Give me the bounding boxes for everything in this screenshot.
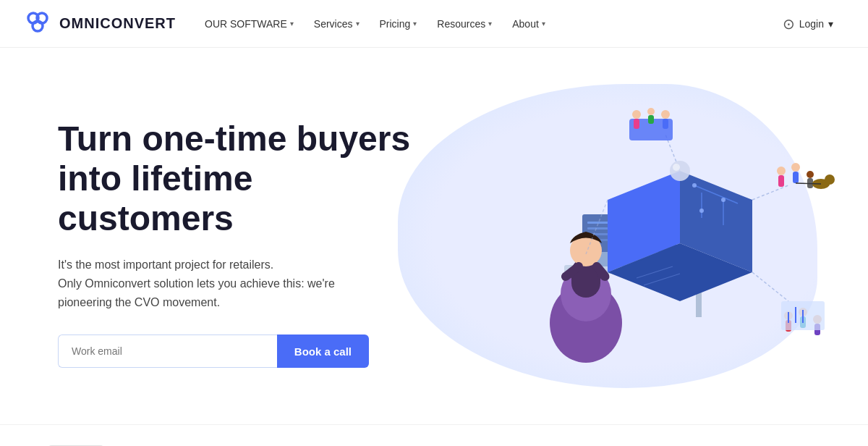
svg-point-22	[692, 183, 697, 188]
hero-form: Book a call	[58, 334, 369, 368]
svg-point-34	[661, 110, 670, 119]
hero-section: Turn one-time buyers into lifetime custo…	[0, 48, 868, 424]
chevron-down-icon: ▾	[828, 18, 833, 30]
nav-services[interactable]: Services ▾	[305, 12, 368, 35]
svg-point-45	[825, 174, 835, 185]
work-email-input[interactable]	[58, 334, 277, 368]
svg-rect-39	[778, 175, 784, 187]
svg-point-24	[699, 209, 704, 213]
svg-point-38	[777, 167, 786, 175]
nav-actions: ⊙ Login ▾	[771, 9, 845, 38]
navbar: OMNICONVERT OUR SOFTWARE ▾ Services ▾ Pr…	[0, 0, 868, 48]
book-call-button[interactable]: Book a call	[277, 334, 369, 368]
nav-resources[interactable]: Resources ▾	[428, 12, 501, 35]
chevron-down-icon: ▾	[542, 20, 545, 28]
svg-point-57	[670, 161, 690, 181]
svg-point-42	[807, 171, 814, 178]
hero-illustration	[420, 98, 839, 388]
svg-line-46	[796, 183, 821, 184]
chevron-down-icon: ▾	[488, 20, 492, 28]
nav-our-software[interactable]: OUR SOFTWARE ▾	[196, 12, 302, 35]
hero-left: Turn one-time buyers into lifetime custo…	[58, 119, 420, 368]
nav-about[interactable]: About ▾	[503, 12, 554, 35]
svg-line-29	[752, 272, 788, 301]
logo-text: OMNICONVERT	[59, 15, 176, 32]
login-button[interactable]: ⊙ Login ▾	[771, 9, 845, 38]
svg-point-58	[673, 164, 680, 171]
chevron-down-icon: ▾	[356, 20, 359, 28]
svg-rect-35	[663, 119, 668, 129]
nav-pricing[interactable]: Pricing ▾	[371, 12, 426, 35]
logo[interactable]: OMNICONVERT	[23, 9, 176, 38]
svg-rect-37	[648, 115, 654, 124]
svg-rect-33	[634, 119, 639, 129]
account-icon: ⊙	[783, 15, 795, 33]
svg-line-28	[752, 185, 788, 200]
illustration-svg	[420, 98, 839, 388]
svg-point-23	[721, 198, 726, 202]
svg-point-32	[632, 110, 641, 119]
brands-bar: G2 High Performer WINTER 2022 culture © …	[0, 424, 868, 446]
chevron-down-icon: ▾	[290, 20, 294, 28]
svg-point-36	[647, 108, 655, 115]
hero-title: Turn one-time buyers into lifetime custo…	[58, 119, 420, 239]
hero-right	[420, 91, 839, 395]
hero-subtitle: It's the most important project for reta…	[58, 256, 347, 311]
nav-links: OUR SOFTWARE ▾ Services ▾ Pricing ▾ Reso…	[196, 12, 771, 35]
svg-rect-41	[793, 172, 799, 183]
svg-point-40	[791, 163, 800, 172]
chevron-down-icon: ▾	[413, 20, 417, 28]
